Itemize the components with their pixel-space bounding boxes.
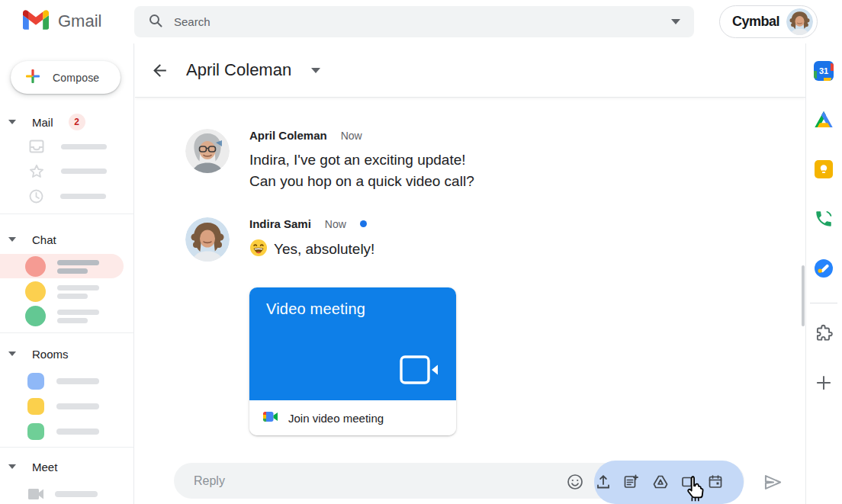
sidebar-item-snoozed[interactable]	[29, 189, 106, 204]
placeholder-bar	[56, 403, 99, 409]
conversation-title: April Coleman	[186, 60, 291, 80]
room-item[interactable]	[27, 373, 99, 390]
google-keep-icon[interactable]	[814, 159, 834, 179]
video-camera-icon	[400, 355, 439, 387]
chat-avatar	[25, 256, 46, 277]
scrollbar-thumb[interactable]	[802, 265, 805, 326]
placeholder-bar	[57, 260, 99, 265]
message-avatar-indira[interactable]	[185, 217, 230, 262]
chat-panel	[135, 43, 805, 504]
addons-puzzle-icon[interactable]	[814, 323, 834, 343]
message-time: Now	[341, 130, 362, 142]
room-item[interactable]	[27, 423, 99, 440]
clock-icon	[29, 189, 43, 204]
google-meet-icon	[262, 410, 278, 426]
sidebar-divider	[0, 213, 134, 214]
calendar-day-label: 31	[819, 66, 828, 75]
collapse-caret-icon[interactable]	[8, 464, 16, 469]
meet-item[interactable]	[27, 488, 98, 500]
gmail-logo-icon	[23, 10, 49, 33]
create-doc-button[interactable]	[622, 474, 639, 490]
account-avatar[interactable]	[786, 8, 813, 35]
mail-unread-badge: 2	[69, 114, 85, 130]
room-avatar	[27, 398, 44, 415]
sidebar-section-rooms[interactable]: Rooms	[0, 345, 69, 362]
conversation-options-caret-icon[interactable]	[311, 68, 320, 73]
gmail-brand[interactable]: Gmail	[23, 10, 101, 33]
chat-item[interactable]	[25, 306, 99, 326]
join-video-meeting-button[interactable]: Join video meeting	[249, 400, 456, 435]
upload-file-button[interactable]	[595, 474, 612, 490]
search-bar[interactable]	[134, 6, 694, 37]
phone-call-icon[interactable]	[814, 209, 834, 229]
compose-label: Compose	[53, 72, 99, 84]
video-meeting-card[interactable]: Video meeting Join video meeting	[249, 287, 456, 435]
sidebar-item-starred[interactable]	[29, 164, 107, 178]
placeholder-bar	[57, 268, 88, 274]
chat-section-label: Chat	[32, 233, 56, 246]
emoji-button[interactable]	[567, 474, 583, 490]
join-video-meeting-label: Join video meeting	[288, 412, 384, 425]
message-meta: Indira Sami Now	[249, 217, 367, 230]
reply-input[interactable]	[194, 474, 514, 488]
inbox-icon	[29, 140, 44, 153]
chat-header: April Coleman	[135, 43, 805, 98]
star-icon	[29, 164, 44, 178]
sidebar-section-chat[interactable]: Chat	[0, 231, 56, 248]
placeholder-bar	[61, 144, 107, 149]
sidebar-section-meet[interactable]: Meet	[0, 458, 57, 475]
drive-attachment-button[interactable]	[652, 474, 669, 490]
google-drive-icon[interactable]	[814, 111, 834, 130]
message-time: Now	[325, 218, 346, 230]
chat-avatar	[25, 306, 46, 326]
google-calendar-icon[interactable]: 31	[814, 61, 834, 81]
meet-section-label: Meet	[32, 461, 57, 474]
calendar-invite-button[interactable]	[707, 474, 724, 490]
sidebar-section-mail[interactable]: Mail 2	[0, 114, 85, 130]
placeholder-bar	[57, 318, 88, 323]
rooms-section-label: Rooms	[32, 348, 69, 361]
room-avatar	[27, 373, 44, 390]
message-text: Yes, absolutely!	[249, 239, 374, 263]
sender-name: Indira Sami	[249, 217, 311, 230]
send-button[interactable]	[763, 472, 783, 493]
room-item[interactable]	[27, 398, 99, 415]
google-tasks-icon[interactable]	[814, 258, 834, 278]
sender-name: April Coleman	[249, 129, 327, 142]
placeholder-bar	[57, 310, 99, 315]
back-button[interactable]	[150, 61, 169, 80]
sidebar-divider	[0, 447, 134, 448]
chat-item[interactable]	[25, 281, 99, 302]
placeholder-bar	[61, 169, 107, 174]
search-input[interactable]	[174, 15, 671, 28]
message-avatar-april[interactable]	[185, 129, 230, 173]
sidebar-divider	[0, 332, 134, 333]
top-bar: Gmail Cymbal	[0, 0, 842, 43]
message-meta: April Coleman Now	[249, 129, 362, 142]
chat-avatar	[25, 281, 46, 302]
sidebar-item-inbox[interactable]	[29, 140, 107, 153]
message-line: Can you hop on a quick video call?	[249, 171, 474, 192]
placeholder-bar	[57, 294, 88, 299]
video-camera-icon	[27, 488, 44, 500]
grinning-face-emoji-icon	[249, 239, 268, 263]
account-pill[interactable]: Cymbal	[719, 5, 818, 38]
collapse-caret-icon[interactable]	[8, 120, 16, 124]
search-options-caret-icon[interactable]	[671, 19, 680, 24]
app-title: Gmail	[58, 11, 101, 31]
search-icon[interactable]	[148, 13, 163, 31]
video-card-title: Video meeting	[266, 300, 439, 318]
collapse-caret-icon[interactable]	[8, 237, 16, 242]
chat-item[interactable]	[25, 256, 99, 277]
placeholder-bar	[57, 285, 99, 291]
compose-button[interactable]: Compose	[11, 61, 121, 94]
new-message-dot	[360, 220, 367, 227]
placeholder-bar	[55, 491, 98, 497]
message-text: Indira, I've got an exciting update! Can…	[249, 149, 474, 191]
video-meeting-card-banner[interactable]: Video meeting	[249, 287, 456, 400]
mail-section-label: Mail	[32, 116, 53, 129]
add-panel-plus-icon[interactable]	[814, 373, 834, 393]
video-call-button[interactable]	[680, 474, 697, 490]
collapse-caret-icon[interactable]	[8, 352, 16, 356]
placeholder-bar	[56, 378, 99, 384]
